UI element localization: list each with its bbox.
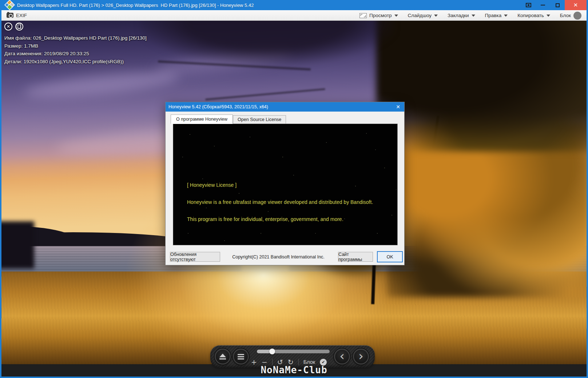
fullscreen-button[interactable] — [521, 0, 536, 10]
block-label: Блок — [560, 13, 571, 18]
menu-bookmarks-label: Закладки — [448, 13, 469, 18]
window-title: Desktop Wallpapers Full HD. Part (176) >… — [17, 3, 254, 8]
chevron-right-icon: › — [358, 350, 363, 362]
next-image-button[interactable]: › — [353, 349, 369, 365]
watermark-text: NoNaMe-Club — [1, 365, 587, 375]
toolbar-menus: Просмотр Слайдшоу Закладки Правка Копиро… — [359, 10, 581, 21]
slider-thumb[interactable] — [269, 349, 275, 354]
viewer-area: ✕ Имя файла: 026_Desktop Wallpapers HD P… — [1, 21, 587, 377]
menu-edit-label: Правка — [485, 13, 502, 18]
menu-copy[interactable]: Копировать — [517, 13, 550, 18]
chevron-down-icon — [394, 15, 398, 17]
starfield-decoration — [173, 124, 174, 125]
minimize-button[interactable] — [536, 0, 550, 10]
toolbar: EXIF Просмотр Слайдшоу Закладки Правка К… — [1, 10, 587, 21]
license-panel: [ Honeyview License ] Honeyview is a fre… — [173, 124, 398, 245]
license-line-2: This program is free for individual, ent… — [187, 216, 343, 222]
honeyview-window: Desktop Wallpapers Full HD. Part (176) >… — [0, 0, 588, 378]
exif-label: EXIF — [16, 13, 27, 18]
window-controls: ✕ — [521, 0, 587, 10]
menu-view-label: Просмотр — [369, 13, 392, 18]
dialog-tabs: О программе Honeyview Open Source Licens… — [171, 114, 286, 124]
honeyview-logo-icon — [6, 1, 14, 9]
menu-slideshow-label: Слайдшоу — [408, 13, 432, 18]
eject-icon — [219, 354, 226, 359]
chevron-down-icon — [434, 15, 438, 17]
updates-button[interactable]: Обновления отсутствуют — [170, 252, 220, 262]
menu-slideshow[interactable]: Слайдшоу — [408, 13, 438, 18]
exif-size: Размер: 1.7MB — [4, 42, 147, 50]
menu-copy-label: Копировать — [517, 13, 544, 18]
exif-filename: Имя файла: 026_Desktop Wallpapers HD Par… — [4, 34, 147, 42]
block-status-icon — [573, 12, 581, 20]
block-toggle[interactable]: Блок — [560, 12, 581, 20]
previous-image-button[interactable]: ‹ — [334, 349, 350, 365]
ok-button[interactable]: OK — [377, 251, 403, 262]
license-heading: [ Honeyview License ] — [187, 182, 237, 188]
exif-date: Дата изменения: 2019/08/29 20:33:25 — [4, 50, 147, 58]
exif-copy-button[interactable] — [15, 23, 23, 31]
chevron-down-icon — [504, 15, 508, 17]
menu-button[interactable] — [233, 349, 249, 365]
about-dialog: Honeyview 5.42 (Сборка#5943, 2021/11/15,… — [165, 102, 405, 265]
copyright-text: Copyright(C) 2021 Bandisoft Internationa… — [224, 252, 333, 262]
chevron-down-icon — [472, 15, 475, 17]
tab-open-source-license[interactable]: Open Source License — [233, 115, 286, 124]
position-slider[interactable] — [257, 350, 330, 353]
block-bar-label: Блок — [303, 359, 315, 365]
exif-button[interactable]: EXIF — [7, 13, 27, 18]
minimize-icon — [541, 5, 545, 5]
menu-edit[interactable]: Правка — [485, 13, 508, 18]
license-line-1: Honeyview is a free ultrafast image view… — [187, 199, 373, 205]
exif-details: Детали: 1920x1080 (Jpeg,YUV420,ICC profi… — [4, 58, 147, 66]
menu-view[interactable]: Просмотр — [359, 13, 398, 18]
menu-bookmarks[interactable]: Закладки — [448, 13, 475, 18]
close-button[interactable]: ✕ — [565, 0, 587, 10]
dialog-close-button[interactable]: ✕ — [393, 102, 404, 112]
fit-screen-icon — [359, 13, 367, 18]
camera-icon — [7, 13, 13, 18]
tab-about[interactable]: О программе Honeyview — [171, 114, 233, 124]
copy-icon — [18, 25, 21, 29]
hamburger-icon — [238, 354, 244, 359]
fullscreen-icon — [526, 3, 531, 7]
chevron-left-icon: ‹ — [339, 350, 345, 362]
site-button[interactable]: Сайт программы — [338, 252, 373, 262]
title-bar: Desktop Wallpapers Full HD. Part (176) >… — [1, 0, 587, 10]
maximize-button[interactable] — [550, 0, 565, 10]
dialog-title-bar[interactable]: Honeyview 5.42 (Сборка#5943, 2021/11/15,… — [166, 102, 404, 112]
chevron-down-icon — [547, 15, 550, 17]
maximize-icon — [556, 3, 560, 7]
exif-close-button[interactable]: ✕ — [4, 23, 12, 31]
eject-button[interactable] — [215, 349, 231, 365]
dialog-title: Honeyview 5.42 (Сборка#5943, 2021/11/15,… — [168, 104, 268, 109]
exif-overlay: ✕ Имя файла: 026_Desktop Wallpapers HD P… — [4, 23, 147, 65]
